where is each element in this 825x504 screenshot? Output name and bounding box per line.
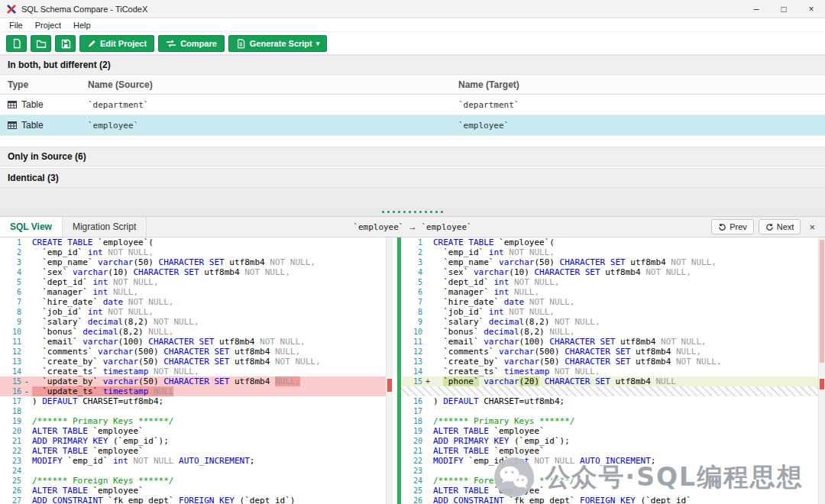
row-type-label: Table bbox=[21, 120, 44, 131]
row-target-name: `employee` bbox=[451, 121, 825, 131]
code-line: 4 `sex` varchar(10) CHARACTER SET utf8mb… bbox=[401, 267, 825, 277]
window-controls: – □ × bbox=[742, 0, 825, 18]
column-header-name-target[interactable]: Name (Target) bbox=[451, 79, 825, 90]
code-line: 10 `bonus` decimal(8,2) NULL, bbox=[401, 327, 825, 337]
code-line: 19ALTER TABLE `employee` bbox=[401, 426, 825, 436]
code-line: 25ALTER TABLE `employee` bbox=[401, 486, 825, 496]
script-icon bbox=[236, 38, 246, 49]
maximize-button[interactable]: □ bbox=[770, 0, 798, 18]
row-source-name: `department` bbox=[80, 100, 451, 110]
code-line: 12 `comments` varchar(500) CHARACTER SET… bbox=[0, 347, 393, 357]
source-scrollbar[interactable] bbox=[386, 237, 393, 504]
code-line: 24/****** Foreign Keys ******/ bbox=[401, 476, 825, 486]
code-line: 15- `update_by` varchar(50) CHARACTER SE… bbox=[0, 376, 393, 386]
code-line: 3 `emp_name` varchar(50) CHARACTER SET u… bbox=[401, 257, 825, 267]
diff-view: 1CREATE TABLE `employee`(2 `emp_id` int … bbox=[0, 237, 825, 504]
close-button[interactable]: × bbox=[798, 0, 825, 18]
code-line: 2 `emp_id` int NOT NULL, bbox=[401, 247, 825, 257]
grid-spacer bbox=[0, 136, 825, 147]
tab-sql-view[interactable]: SQL View bbox=[0, 217, 63, 237]
save-icon bbox=[60, 38, 71, 49]
compare-button[interactable]: Compare bbox=[158, 35, 225, 52]
code-line: 6 `manager` int NULL, bbox=[401, 287, 825, 297]
code-line: 18 bbox=[0, 406, 393, 416]
menu-file[interactable]: File bbox=[3, 21, 29, 30]
section-header-identical[interactable]: Identical (3) bbox=[0, 168, 825, 188]
code-line: 12 `comments` varchar(500) CHARACTER SET… bbox=[401, 347, 825, 357]
code-line: 26ADD CONSTRAINT `fk_emp_dept` FOREIGN K… bbox=[401, 496, 825, 504]
column-header-name-source[interactable]: Name (Source) bbox=[80, 79, 451, 90]
menu-project[interactable]: Project bbox=[29, 21, 67, 30]
code-line bbox=[401, 386, 825, 396]
prev-label: Prev bbox=[730, 222, 747, 231]
target-scrollbar[interactable] bbox=[818, 237, 825, 504]
code-line: 11 `email` varchar(100) CHARACTER SET ut… bbox=[0, 337, 393, 347]
next-label: Next bbox=[777, 222, 794, 231]
row-target-name: `department` bbox=[451, 100, 825, 110]
diff-mark bbox=[820, 379, 824, 389]
code-line: 8 `job_id` int NOT NULL, bbox=[401, 307, 825, 317]
diff-overview-band bbox=[820, 240, 824, 363]
diff-target-name: `employee` bbox=[422, 222, 472, 232]
diff-mark bbox=[387, 379, 392, 392]
code-line: 7 `hire_date` date NOT NULL, bbox=[401, 297, 825, 307]
splitter[interactable] bbox=[0, 208, 825, 217]
generate-script-label: Generate Script bbox=[250, 39, 312, 48]
tab-migration-script[interactable]: Migration Script bbox=[63, 217, 147, 237]
code-line: 9 `salary` decimal(8,2) NOT NULL, bbox=[0, 317, 393, 327]
splitter-grip-icon bbox=[382, 211, 443, 213]
table-icon bbox=[8, 121, 17, 130]
diff-source-name: `employee` bbox=[353, 222, 403, 232]
new-project-button[interactable] bbox=[6, 35, 27, 52]
bottom-tabbar: SQL View Migration Script `employee` → `… bbox=[0, 217, 825, 237]
new-file-icon bbox=[11, 38, 22, 49]
row-type-label: Table bbox=[21, 99, 44, 110]
menubar: File Project Help bbox=[0, 18, 825, 32]
results-grid: In both, but different (2) Type Name (So… bbox=[0, 55, 825, 208]
code-line: 19/****** Primary Keys ******/ bbox=[0, 416, 393, 426]
source-code-panel: 1CREATE TABLE `employee`(2 `emp_id` int … bbox=[0, 237, 393, 504]
code-line: 15+ `phone` varchar(20) CHARACTER SET ut… bbox=[401, 376, 825, 386]
app-logo-icon bbox=[6, 4, 17, 15]
edit-project-button[interactable]: Edit Project bbox=[79, 35, 154, 52]
menu-help[interactable]: Help bbox=[67, 21, 97, 30]
table-row-employee[interactable]: Table `employee` `employee` bbox=[0, 115, 825, 136]
code-line: 10 `bonus` decimal(8,2) NULL, bbox=[0, 327, 393, 337]
prev-diff-button[interactable]: Prev bbox=[711, 219, 754, 234]
code-line: 24 bbox=[0, 466, 393, 476]
code-line: 4 `sex` varchar(10) CHARACTER SET utf8mb… bbox=[0, 267, 393, 277]
compare-label: Compare bbox=[180, 39, 217, 48]
code-line: 25/****** Foreign Keys ******/ bbox=[0, 476, 393, 486]
table-row-department[interactable]: Table `department` `department` bbox=[0, 95, 825, 115]
open-folder-icon bbox=[36, 38, 47, 49]
code-line: 14 `create_ts` timestamp NOT NULL, bbox=[401, 367, 825, 376]
code-line: 5 `dept_id` int NOT NULL, bbox=[401, 277, 825, 287]
code-line: 26ALTER TABLE `employee` bbox=[0, 486, 393, 496]
toolbar: Edit Project Compare Generate Script ▾ bbox=[0, 32, 825, 55]
code-line: 5 `dept_id` int NOT NULL, bbox=[0, 277, 393, 287]
code-line: 6 `manager` int NULL, bbox=[0, 287, 393, 297]
section-header-different[interactable]: In both, but different (2) bbox=[0, 55, 825, 75]
prev-circle-arrow-icon bbox=[718, 223, 726, 231]
grid-column-headers: Type Name (Source) Name (Target) bbox=[0, 75, 825, 95]
code-line: 9 `salary` decimal(8,2) NOT NULL, bbox=[401, 317, 825, 327]
generate-script-button[interactable]: Generate Script ▾ bbox=[228, 35, 327, 52]
section-header-only-in-source[interactable]: Only in Source (6) bbox=[0, 147, 825, 166]
column-header-type[interactable]: Type bbox=[0, 79, 80, 90]
code-line: 23MODIFY `emp_id` int NOT NULL AUTO_INCR… bbox=[0, 456, 393, 466]
pencil-icon bbox=[87, 39, 96, 48]
code-line: 8 `job_id` int NOT NULL, bbox=[0, 307, 393, 317]
compare-arrows-icon bbox=[166, 39, 176, 48]
save-project-button[interactable] bbox=[55, 35, 76, 52]
minimize-button[interactable]: – bbox=[742, 0, 770, 18]
next-circle-arrow-icon bbox=[765, 223, 774, 231]
close-diff-icon[interactable]: × bbox=[805, 221, 819, 233]
code-line: 1CREATE TABLE `employee`( bbox=[0, 237, 393, 247]
chevron-down-icon: ▾ bbox=[316, 40, 320, 47]
open-project-button[interactable] bbox=[31, 35, 51, 52]
next-diff-button[interactable]: Next bbox=[759, 219, 801, 234]
code-line: 14 `create_ts` timestamp NOT NULL, bbox=[0, 367, 393, 376]
diff-navigation: Prev Next × bbox=[711, 217, 825, 237]
code-line: 21ADD PRIMARY KEY (`emp_id`); bbox=[0, 436, 393, 446]
code-line: 16) DEFAULT CHARSET=utf8mb4; bbox=[401, 396, 825, 406]
